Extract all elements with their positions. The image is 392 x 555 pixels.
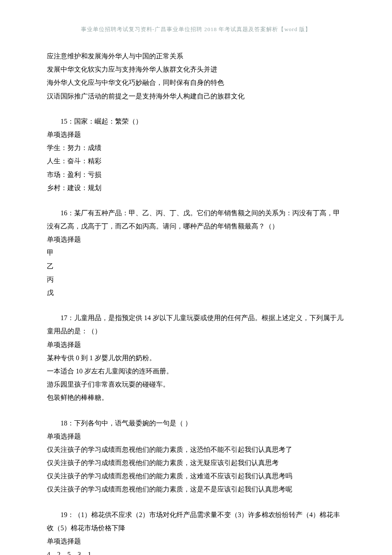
question-stem: 15：国家：崛起：繁荣（） [47,115,345,128]
option: 仅关注孩子的学习成绩而忽视他们的能力素质，这恐怕不能不引起我们认真思考了 [47,443,345,456]
option: 乙 [47,260,345,273]
question-type: 单项选择题 [47,535,345,548]
option: 海外华人文化应与中华文化巧妙融合，同时保有自身的特色 [47,76,345,89]
option: 甲 [47,246,345,259]
option: 某种专供 0 到 1 岁婴儿饮用的奶粉。 [47,351,345,364]
option: 应注意维护和发展海外华人与中国的正常关系 [47,49,345,63]
question-type: 单项选择题 [47,338,345,351]
question-stem: 18：下列各句中，语气最委婉的一句是（ ） [47,416,345,430]
question-16: 16：某厂有五种产品：甲、乙、丙、丁、戊。它们的年销售额之间的关系为：丙没有丁高… [47,206,345,299]
option: 人生：奋斗：精彩 [47,154,345,168]
question-stem: 19：（1）棉花供不应求（2）市场对化纤产品需求量不变（3）许多棉农纷纷转产（4… [47,508,345,535]
question-18: 18：下列各句中，语气最委婉的一句是（ ） 单项选择题 仅关注孩子的学习成绩而忽… [47,416,345,496]
question-type: 单项选择题 [47,128,345,141]
option: 游乐园里孩子们非常喜欢玩耍的碰碰车。 [47,378,345,391]
option: 一本适合 10 岁左右儿童阅读的连环画册。 [47,364,345,378]
option: 乡村：建设：规划 [47,181,345,194]
option: 戊 [47,286,345,299]
prev-question-options: 应注意维护和发展海外华人与中国的正常关系 发展中华文化软实力应与支持海外华人族群… [47,49,345,103]
option: 4—2—5—3—1 [47,548,345,555]
content-body: 应注意维护和发展海外华人与中国的正常关系 发展中华文化软实力应与支持海外华人族群… [47,49,345,555]
question-19: 19：（1）棉花供不应求（2）市场对化纤产品需求量不变（3）许多棉农纷纷转产（4… [47,508,345,555]
option: 仅关注孩子的学习成绩而忽视他们的能力素质，这难道不应该引起我们认真思考吗 [47,469,345,483]
question-17: 17：儿童用品，是指预定供 14 岁以下儿童玩耍或使用的任何产品。根据上述定义，… [47,311,345,404]
option: 学生：努力：成绩 [47,141,345,154]
option: 仅关注孩子的学习成绩而忽视他们的能力素质，这无疑应该引起我们认真思考 [47,456,345,469]
question-type: 单项选择题 [47,233,345,246]
page: 事业单位招聘考试复习资料-广昌事业单位招聘 2018 年考试真题及答案解析【wo… [0,0,392,555]
question-stem: 16：某厂有五种产品：甲、乙、丙、丁、戊。它们的年销售额之间的关系为：丙没有丁高… [47,206,345,233]
option: 丙 [47,273,345,286]
question-15: 15：国家：崛起：繁荣（） 单项选择题 学生：努力：成绩 人生：奋斗：精彩 市场… [47,115,345,194]
option: 市场：盈利：亏损 [47,168,345,181]
option: 仅关注孩子的学习成绩而忽视他们的能力素质，这是不是应该引起我们认真思考呢 [47,483,345,496]
option: 汉语国际推广活动的前提之一是支持海外华人构建自己的族群文化 [47,90,345,103]
page-header: 事业单位招聘考试复习资料-广昌事业单位招聘 2018 年考试真题及答案解析【wo… [47,26,345,33]
question-type: 单项选择题 [47,430,345,443]
question-stem: 17：儿童用品，是指预定供 14 岁以下儿童玩耍或使用的任何产品。根据上述定义，… [47,311,345,338]
option: 包装鲜艳的棒棒糖。 [47,391,345,404]
option: 发展中华文化软实力应与支持海外华人族群文化齐头并进 [47,63,345,76]
